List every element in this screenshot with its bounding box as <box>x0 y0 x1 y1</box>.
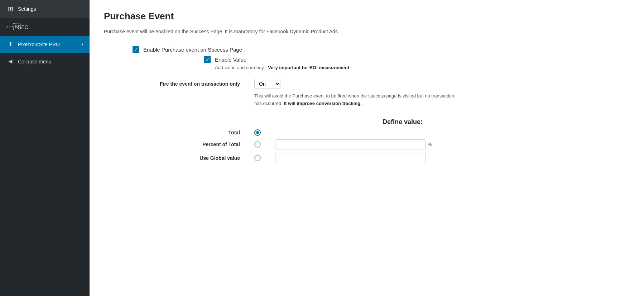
description: Purchase event will be enabled on the Su… <box>104 28 630 35</box>
percent-radio[interactable] <box>254 141 261 148</box>
checkmark-icon: ✓ <box>134 47 138 52</box>
enable-purchase-label[interactable]: Enable Purchase event on Success Page <box>143 47 242 53</box>
enable-value-section: ✓ Enable Value Add value and currency - … <box>204 56 630 70</box>
enable-purchase-row: ✓ Enable Purchase event on Success Page <box>133 46 630 53</box>
seo-icon: ޟ <box>6 23 14 31</box>
fire-event-desc-bold: It will improve conversion tracking. <box>284 101 361 106</box>
sidebar-item-seo-label: SEO <box>18 24 29 30</box>
enable-value-desc-bold: Very important for ROI measurement <box>268 65 349 70</box>
facebook-icon: f <box>6 41 14 48</box>
enable-value-desc: Add value and currency - Very important … <box>215 65 630 70</box>
total-row: Total <box>133 129 630 136</box>
enable-value-row: ✓ Enable Value <box>204 56 630 63</box>
fire-event-desc: This will avoid the Purchase event to be… <box>254 92 455 108</box>
collapse-icon: ◄ <box>6 58 14 65</box>
sidebar-item-collapse[interactable]: ◄ Collapse menu <box>0 53 90 70</box>
enable-purchase-checkbox[interactable]: ✓ <box>133 46 139 53</box>
sidebar-item-pixelyoursite-label: PixelYourSite PRO <box>18 42 60 47</box>
total-radio[interactable] <box>254 129 261 136</box>
sidebar: ⊞ Settings ޟ SEO f PixelYourSite PRO ◄ … <box>0 0 90 296</box>
main-content: Purchase Event Purchase event will be en… <box>90 0 644 296</box>
sidebar-item-collapse-label: Collapse menu <box>18 59 51 65</box>
total-label: Total <box>133 130 240 135</box>
fire-event-right: On Off This will avoid the Purchase even… <box>254 79 455 108</box>
define-value-heading: Define value: <box>176 118 630 126</box>
active-indicator <box>82 43 83 46</box>
settings-icon: ⊞ <box>6 5 14 13</box>
sidebar-item-settings-label: Settings <box>18 6 36 12</box>
sidebar-item-pixelyoursite[interactable]: f PixelYourSite PRO <box>0 36 90 53</box>
enable-value-label[interactable]: Enable Value <box>215 57 246 63</box>
fire-event-label: Fire the event on transaction only <box>133 79 240 87</box>
fire-event-select[interactable]: On Off <box>254 79 280 89</box>
percent-sign: % <box>428 142 432 147</box>
fire-event-select-wrapper: On Off <box>254 79 455 89</box>
percent-row: Percent of Total % <box>133 139 630 149</box>
fire-event-row: Fire the event on transaction only On Of… <box>133 79 630 108</box>
percent-input[interactable] <box>275 139 426 149</box>
global-row: Use Global value <box>133 153 630 163</box>
enable-value-desc-plain: Add value and currency - <box>215 65 268 70</box>
global-input[interactable] <box>275 153 426 163</box>
enable-value-checkbox[interactable]: ✓ <box>204 56 211 63</box>
sidebar-item-settings[interactable]: ⊞ Settings <box>0 0 90 18</box>
global-radio[interactable] <box>254 155 261 161</box>
percent-label: Percent of Total <box>133 142 240 147</box>
enable-value-checkmark-icon: ✓ <box>206 57 210 62</box>
global-label: Use Global value <box>133 155 240 161</box>
percent-wrapper: % <box>275 139 432 149</box>
page-title: Purchase Event <box>104 11 630 22</box>
sidebar-item-seo[interactable]: ޟ SEO <box>0 18 90 36</box>
